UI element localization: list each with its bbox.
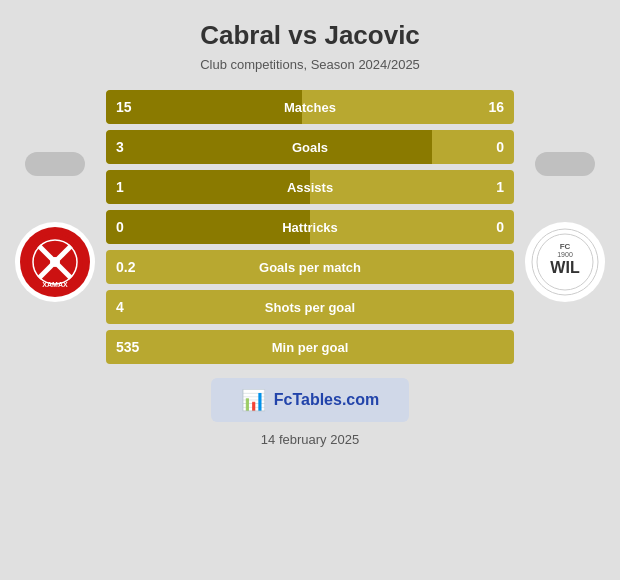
xamax-logo-circle: XAMAX (15, 222, 95, 302)
stat-row-shots-per-goal: 4 Shots per goal (106, 290, 514, 324)
stat-bar-hattricks: 0 Hattricks 0 (106, 210, 514, 244)
svg-point-4 (50, 257, 60, 267)
xamax-svg: XAMAX (25, 232, 85, 292)
svg-text:XAMAX: XAMAX (42, 281, 68, 288)
svg-text:WIL: WIL (550, 259, 580, 276)
stat-label-assists: Assists (287, 180, 333, 195)
stat-bar-goals: 3 Goals 0 (106, 130, 514, 164)
fctables-text: FcTables.com (274, 391, 380, 409)
footer-date: 14 february 2025 (261, 432, 359, 447)
stat-right-goals: 0 (496, 139, 504, 155)
team-left-tag (25, 152, 85, 176)
stat-label-goals-per-match: Goals per match (259, 260, 361, 275)
team-right-logo: FC 1900 WIL (520, 152, 610, 302)
main-container: Cabral vs Jacovic Club competitions, Sea… (0, 0, 620, 580)
stat-right-assists: 1 (496, 179, 504, 195)
wil-logo-circle: FC 1900 WIL (525, 222, 605, 302)
stat-row-min-per-goal: 535 Min per goal (106, 330, 514, 364)
stat-fill-matches (106, 90, 302, 124)
team-right-tag (535, 152, 595, 176)
main-section: XAMAX 15 Matches 16 3 G (10, 90, 610, 364)
stat-row-matches: 15 Matches 16 (106, 90, 514, 124)
stat-bar-goals-per-match: 0.2 Goals per match (106, 250, 514, 284)
stat-row-goals: 3 Goals 0 (106, 130, 514, 164)
stat-val-shots-per-goal: 4 (116, 299, 124, 315)
stat-row-hattricks: 0 Hattricks 0 (106, 210, 514, 244)
page-title: Cabral vs Jacovic (200, 20, 420, 51)
xamax-inner: XAMAX (20, 227, 90, 297)
stat-fill-hattricks (106, 210, 310, 244)
stat-label-shots-per-goal: Shots per goal (265, 300, 355, 315)
stat-label-min-per-goal: Min per goal (272, 340, 349, 355)
stat-left-hattricks: 0 (116, 219, 124, 235)
fctables-badge[interactable]: 📊 FcTables.com (211, 378, 410, 422)
fctables-icon: 📊 (241, 388, 266, 412)
svg-text:FC: FC (560, 242, 571, 251)
stats-section: 15 Matches 16 3 Goals 0 1 Assi (100, 90, 520, 364)
stat-left-matches: 15 (116, 99, 132, 115)
page-subtitle: Club competitions, Season 2024/2025 (200, 57, 420, 72)
stat-left-goals: 3 (116, 139, 124, 155)
stat-val-goals-per-match: 0.2 (116, 259, 135, 275)
stat-bar-matches: 15 Matches 16 (106, 90, 514, 124)
svg-text:1900: 1900 (557, 251, 573, 258)
stat-label-hattricks: Hattricks (282, 220, 338, 235)
stat-bar-assists: 1 Assists 1 (106, 170, 514, 204)
team-left-logo: XAMAX (10, 152, 100, 302)
stat-fill-goals (106, 130, 432, 164)
stat-bar-min-per-goal: 535 Min per goal (106, 330, 514, 364)
stat-left-assists: 1 (116, 179, 124, 195)
stat-val-min-per-goal: 535 (116, 339, 139, 355)
stat-fill-assists (106, 170, 310, 204)
stat-row-assists: 1 Assists 1 (106, 170, 514, 204)
stat-right-matches: 16 (488, 99, 504, 115)
stat-right-hattricks: 0 (496, 219, 504, 235)
stat-bar-shots-per-goal: 4 Shots per goal (106, 290, 514, 324)
stat-label-matches: Matches (284, 100, 336, 115)
stat-row-goals-per-match: 0.2 Goals per match (106, 250, 514, 284)
stat-label-goals: Goals (292, 140, 328, 155)
wil-svg: FC 1900 WIL (530, 227, 600, 297)
